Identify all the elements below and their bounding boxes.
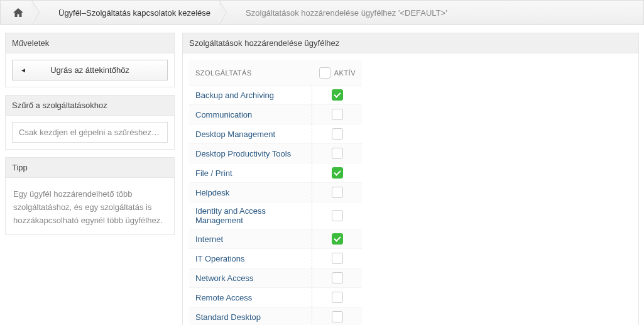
caret-left-icon: ◄ (20, 67, 26, 74)
service-link[interactable]: Helpdesk (195, 188, 229, 197)
filter-widget: Szűrő a szolgáltatásokhoz (5, 95, 175, 150)
service-link[interactable]: File / Print (195, 168, 232, 178)
active-checkbox[interactable] (332, 272, 343, 284)
col-active-label: AKTÍV (334, 69, 356, 77)
table-row: Remote Access (189, 288, 362, 307)
service-link[interactable]: Communication (195, 110, 252, 119)
actions-widget: Műveletek ◄ Ugrás az áttekintőhöz (5, 33, 175, 87)
active-checkbox[interactable] (332, 128, 343, 140)
filter-title: Szűrő a szolgáltatásokhoz (6, 96, 174, 116)
actions-title: Műveletek (6, 33, 174, 53)
main-widget: Szolgáltatások hozzárendelése ügyfélhez … (182, 33, 639, 325)
active-checkbox[interactable] (332, 233, 343, 245)
active-checkbox[interactable] (332, 187, 343, 198)
tip-widget: Tipp Egy ügyfél hozzárendelhető több szo… (5, 157, 175, 235)
service-link[interactable]: Desktop Management (195, 129, 275, 139)
service-link[interactable]: Backup and Archiving (195, 91, 274, 100)
service-link[interactable]: Network Access (195, 273, 253, 283)
table-row: Helpdesk (189, 183, 362, 202)
table-row: Desktop Management (189, 124, 362, 144)
table-row: Communication (189, 105, 362, 124)
service-link[interactable]: Identity and Access Management (195, 206, 266, 225)
table-row: Backup and Archiving (189, 85, 362, 105)
col-active-header: AKTÍV (313, 60, 362, 85)
table-row: File / Print (189, 163, 362, 183)
active-checkbox[interactable] (332, 167, 343, 179)
home-icon (13, 8, 23, 17)
tip-title: Tipp (6, 158, 174, 178)
table-row: Desktop Productivity Tools (189, 144, 362, 163)
filter-input[interactable] (12, 122, 168, 143)
breadcrumb-sub: Szolgáltatások hozzárendelése ügyfélhez … (231, 1, 460, 25)
active-checkbox[interactable] (332, 311, 343, 322)
service-link[interactable]: Desktop Productivity Tools (195, 149, 291, 158)
select-all-checkbox[interactable] (319, 67, 330, 79)
service-link[interactable]: IT Operations (195, 254, 245, 263)
active-checkbox[interactable] (332, 292, 343, 303)
table-row: Network Access (189, 268, 362, 288)
table-row: Standard Desktop (189, 307, 362, 326)
service-link[interactable]: Standard Desktop (195, 312, 261, 322)
table-row: Internet (189, 229, 362, 249)
service-link[interactable]: Remote Access (195, 293, 252, 302)
back-button-label: Ugrás az áttekintőhöz (50, 65, 129, 75)
service-link[interactable]: Internet (195, 234, 223, 244)
breadcrumb-main[interactable]: Ügyfél–Szolgáltatás kapcsolatok kezelése (43, 1, 223, 25)
table-row: Identity and Access Management (189, 202, 362, 229)
active-checkbox[interactable] (332, 253, 343, 264)
table-row: IT Operations (189, 249, 362, 268)
active-checkbox[interactable] (332, 109, 343, 120)
tip-text: Egy ügyfél hozzárendelhető több szolgált… (12, 184, 168, 228)
active-checkbox[interactable] (332, 210, 343, 221)
services-table: SZOLGÁLTATÁS AKTÍV Backup and (189, 60, 362, 325)
active-checkbox[interactable] (332, 148, 343, 159)
active-checkbox[interactable] (332, 89, 343, 101)
col-service-header: SZOLGÁLTATÁS (189, 60, 312, 85)
main-title: Szolgáltatások hozzárendelése ügyfélhez (183, 33, 638, 53)
back-button[interactable]: ◄ Ugrás az áttekintőhöz (12, 60, 168, 80)
breadcrumb: Ügyfél–Szolgáltatás kapcsolatok kezelése… (0, 0, 644, 25)
